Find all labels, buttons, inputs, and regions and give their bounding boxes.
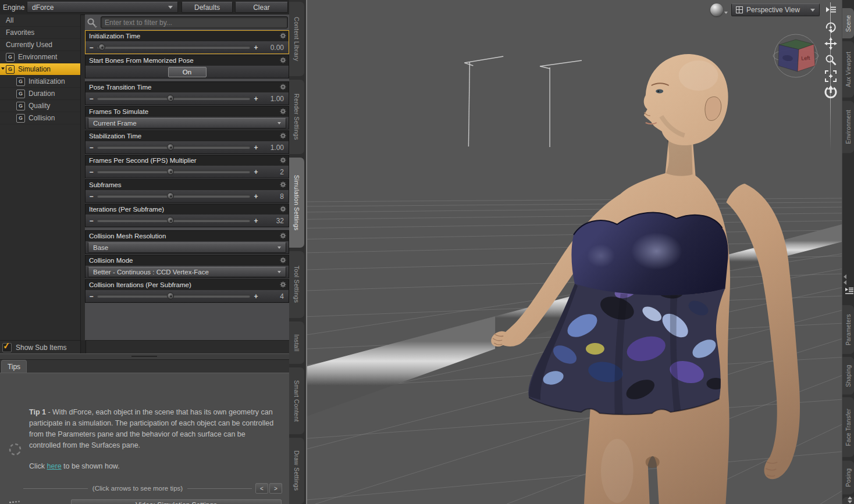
slider-increment[interactable]: + <box>252 95 259 103</box>
video-simulation-settings-button[interactable]: Video: Simulation Settings <box>71 499 282 504</box>
property-dropdown[interactable]: Current Frame <box>88 118 286 128</box>
search-icon[interactable] <box>86 17 98 28</box>
slider-increment[interactable]: + <box>252 192 259 201</box>
sidebar-item-environment[interactable]: GEnvironment <box>0 51 80 63</box>
tab-render-settings[interactable]: Render Settings <box>289 80 304 154</box>
next-tip-button[interactable]: > <box>269 483 282 494</box>
tab-tool-settings[interactable]: Tool Settings <box>289 251 304 317</box>
slider-handle[interactable] <box>167 292 174 299</box>
sidebar-item-collision[interactable]: GCollision <box>0 112 80 124</box>
sidebar-item-quality[interactable]: GQuality <box>0 100 80 112</box>
engine-dropdown[interactable]: dForce <box>27 2 178 13</box>
tab-partial[interactable] <box>842 497 854 504</box>
slider-track[interactable] <box>97 219 250 222</box>
tip-here-link[interactable]: here <box>47 462 62 470</box>
tab-posing[interactable]: Posing <box>842 460 854 494</box>
slider-decrement[interactable]: − <box>88 144 95 152</box>
gear-icon[interactable] <box>280 31 286 41</box>
clear-button[interactable]: Clear <box>235 2 288 13</box>
slider-decrement[interactable]: − <box>88 292 95 301</box>
slider-track[interactable] <box>97 46 250 49</box>
slider-increment[interactable]: + <box>252 44 259 52</box>
frame-icon[interactable] <box>823 69 839 84</box>
tab-content-library[interactable]: Content Library <box>289 2 304 76</box>
figure-head[interactable] <box>644 54 728 145</box>
slider-decrement[interactable]: − <box>88 168 95 176</box>
viewport-options-icon[interactable] <box>823 2 839 17</box>
slider-handle[interactable] <box>167 168 174 175</box>
gear-icon[interactable] <box>280 82 286 92</box>
slider-increment[interactable]: + <box>252 144 259 152</box>
figure[interactable] <box>488 54 800 504</box>
slider-decrement[interactable]: − <box>88 192 95 201</box>
viewport-3d[interactable]: Perspective View <box>306 0 842 504</box>
chevron-down-icon[interactable] <box>724 12 728 14</box>
slider-increment[interactable]: + <box>252 168 259 176</box>
slider-handle[interactable] <box>167 192 174 199</box>
sidebar-item-favorites[interactable]: Favorites <box>0 27 80 39</box>
pane-menu-icon[interactable] <box>845 286 854 296</box>
slider-track[interactable] <box>97 146 250 149</box>
defaults-button[interactable]: Defaults <box>182 2 233 13</box>
slider-value[interactable]: 0.00 <box>259 44 286 52</box>
dress-top[interactable] <box>571 213 728 296</box>
gear-icon[interactable] <box>280 155 286 166</box>
filter-input[interactable] <box>101 16 288 28</box>
gear-icon[interactable] <box>280 131 286 141</box>
sidebar-item-currently-used[interactable]: Currently Used <box>0 39 80 51</box>
slider-decrement[interactable]: − <box>88 44 95 52</box>
property-dropdown[interactable]: Base <box>88 242 286 253</box>
camera-view-dropdown[interactable]: Perspective View <box>731 3 820 16</box>
slider-value[interactable]: 4 <box>259 292 286 301</box>
slider-value[interactable]: 1.00 <box>259 95 286 103</box>
slider-value[interactable]: 32 <box>259 217 286 225</box>
slider-handle[interactable] <box>167 144 174 151</box>
slider-handle[interactable] <box>167 95 174 102</box>
gear-icon[interactable] <box>280 55 286 66</box>
wireframe-stands[interactable] <box>464 56 582 147</box>
property-dropdown[interactable]: Better - Continuous : CCD Vertex-Face <box>88 267 286 277</box>
slider-handle[interactable] <box>167 217 174 224</box>
slider-track[interactable] <box>97 195 250 198</box>
slider-value[interactable]: 2 <box>259 168 286 176</box>
tab-draw-settings[interactable]: Draw Settings <box>289 438 304 504</box>
tab-simulation-settings[interactable]: Simulation Settings <box>289 158 304 248</box>
scene-canvas[interactable] <box>307 0 842 504</box>
expander-icon[interactable] <box>1 67 5 70</box>
draw-style-sphere-icon[interactable] <box>710 3 723 16</box>
orbit-icon[interactable] <box>823 20 839 35</box>
sidebar-item-all[interactable]: All <box>0 15 80 27</box>
tab-face-transfer[interactable]: Face Transfer <box>842 397 854 457</box>
sidebar-item-simulation[interactable]: GSimulation <box>0 63 80 76</box>
sidebar-item-initialization[interactable]: GInitialization <box>0 76 80 88</box>
tab-environment[interactable]: Environment <box>842 101 854 153</box>
tab-smart-content[interactable]: Smart Content <box>289 367 304 434</box>
tab-aux-viewport[interactable]: Aux Viewport <box>842 41 854 98</box>
slider-handle[interactable] <box>98 44 105 51</box>
tab-install[interactable]: Install <box>289 321 304 364</box>
slider-value[interactable]: 1.00 <box>259 144 286 152</box>
view-cube[interactable]: Left <box>769 28 823 83</box>
slider-increment[interactable]: + <box>252 292 259 301</box>
slider-track[interactable] <box>97 97 250 100</box>
gear-icon[interactable] <box>280 204 286 215</box>
tab-shaping[interactable]: Shaping <box>842 357 854 395</box>
gear-icon[interactable] <box>280 231 286 241</box>
slider-track[interactable] <box>97 170 250 173</box>
gear-icon[interactable] <box>280 280 286 290</box>
previous-tip-button[interactable]: < <box>255 483 268 494</box>
gear-icon[interactable] <box>280 180 286 190</box>
slider-decrement[interactable]: − <box>88 95 95 103</box>
tab-scene[interactable]: Scene <box>842 8 854 38</box>
reset-view-icon[interactable] <box>823 84 839 99</box>
slider-increment[interactable]: + <box>252 217 259 225</box>
gear-icon[interactable] <box>280 106 286 117</box>
slider-value[interactable]: 8 <box>259 192 286 201</box>
toggle-on-button[interactable]: On <box>168 67 207 77</box>
slider-track[interactable] <box>97 295 250 298</box>
show-sub-items-checkbox[interactable]: ✓ <box>2 343 12 352</box>
sidebar-item-duration[interactable]: GDuration <box>0 88 80 100</box>
gear-icon[interactable] <box>280 255 286 266</box>
pan-icon[interactable] <box>823 36 839 51</box>
slider-decrement[interactable]: − <box>88 217 95 225</box>
